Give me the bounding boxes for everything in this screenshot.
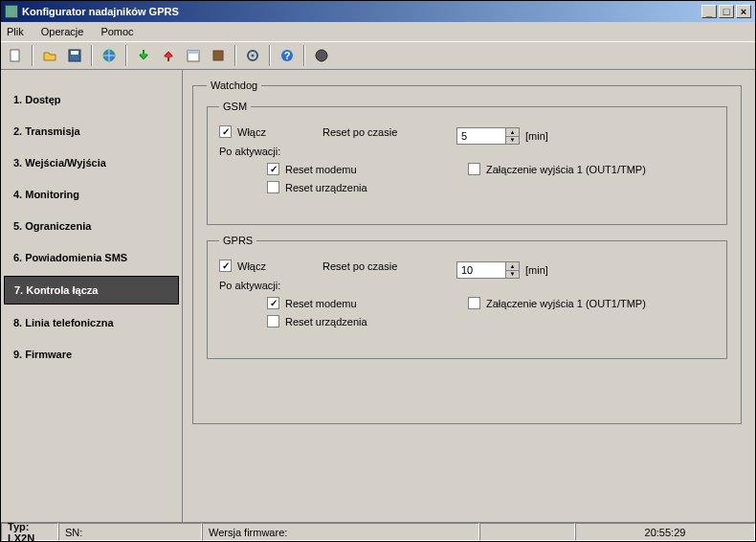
gprs-legend: GPRS bbox=[219, 235, 256, 246]
spin-down-icon[interactable]: ▼ bbox=[505, 137, 519, 145]
status-time: 20:55:29 bbox=[575, 523, 755, 541]
gsm-reset-after-input[interactable] bbox=[457, 128, 505, 144]
gprs-reset-after-label: Reset po czasie bbox=[322, 260, 397, 272]
app-window: Konfigurator nadajników GPRS _ □ × Plik … bbox=[0, 0, 756, 542]
gprs-reset-modem-checkbox[interactable] bbox=[267, 297, 279, 309]
gprs-out1-label: Załączenie wyjścia 1 (OUT1/TMP) bbox=[486, 298, 646, 309]
svg-point-11 bbox=[316, 50, 327, 61]
ball-icon[interactable] bbox=[311, 45, 332, 66]
menu-file[interactable]: Plik bbox=[7, 26, 24, 37]
spin-down-icon[interactable]: ▼ bbox=[505, 271, 519, 279]
gsm-group: GSM Włącz Reset po czasie ▲▼ [min] bbox=[207, 101, 727, 225]
gprs-reset-after-input[interactable] bbox=[457, 262, 505, 278]
sidebar-item-io[interactable]: 3. Wejścia/Wyjścia bbox=[4, 149, 179, 176]
svg-rect-5 bbox=[188, 51, 199, 54]
content: Watchdog GSM Włącz Reset po czasie ▲▼ bbox=[183, 70, 755, 522]
gprs-reset-after-spinner[interactable]: ▲▼ bbox=[456, 261, 520, 279]
status-type: Typ: LX2N bbox=[1, 523, 58, 541]
window-title: Konfigurator nadajników GPRS bbox=[22, 6, 700, 17]
gprs-reset-device-checkbox[interactable] bbox=[267, 315, 279, 327]
toolbar-separator bbox=[91, 45, 93, 66]
status-sn: SN: bbox=[58, 523, 202, 541]
gsm-reset-device-label: Reset urządzenia bbox=[285, 182, 367, 193]
gsm-legend: GSM bbox=[219, 101, 251, 112]
device-icon[interactable] bbox=[208, 45, 229, 66]
gprs-enable-checkbox[interactable] bbox=[219, 260, 232, 272]
sidebar-item-access[interactable]: 1. Dostęp bbox=[4, 86, 179, 113]
spin-up-icon[interactable]: ▲ bbox=[505, 262, 519, 271]
toolbar-separator bbox=[32, 45, 33, 66]
app-icon bbox=[5, 5, 18, 18]
menu-help[interactable]: Pomoc bbox=[100, 26, 133, 37]
close-button[interactable]: × bbox=[736, 5, 751, 18]
menu-operations[interactable]: Operacje bbox=[41, 26, 84, 37]
spin-up-icon[interactable]: ▲ bbox=[505, 128, 519, 137]
gsm-enable-label: Włącz bbox=[237, 126, 266, 138]
status-fw: Wersja firmware: bbox=[202, 523, 479, 541]
save-icon[interactable] bbox=[64, 45, 85, 66]
svg-text:?: ? bbox=[284, 50, 291, 61]
toolbar-separator bbox=[303, 45, 305, 66]
settings-icon[interactable] bbox=[242, 45, 263, 66]
sidebar-item-phoneline[interactable]: 8. Linia telefoniczna bbox=[4, 309, 179, 336]
download-icon[interactable] bbox=[133, 45, 154, 66]
svg-rect-2 bbox=[71, 51, 78, 55]
upload-icon[interactable] bbox=[158, 45, 179, 66]
gsm-reset-after-unit: [min] bbox=[525, 130, 548, 142]
watchdog-group: Watchdog GSM Włącz Reset po czasie ▲▼ bbox=[192, 79, 742, 424]
gsm-reset-device-checkbox[interactable] bbox=[267, 181, 279, 193]
svg-point-8 bbox=[252, 55, 255, 57]
gsm-reset-modem-label: Reset modemu bbox=[285, 164, 357, 175]
gsm-enable-checkbox[interactable] bbox=[219, 125, 232, 138]
gprs-group: GPRS Włącz Reset po czasie ▲▼ [min] bbox=[207, 235, 727, 359]
toolbar: ? bbox=[1, 41, 755, 70]
statusbar: Typ: LX2N SN: Wersja firmware: 20:55:29 bbox=[1, 522, 755, 541]
gprs-enable-label: Włącz bbox=[237, 260, 266, 272]
sidebar-item-monitoring[interactable]: 4. Monitoring bbox=[4, 181, 179, 208]
status-spacer bbox=[479, 523, 575, 541]
svg-rect-6 bbox=[213, 51, 223, 60]
gprs-out1-checkbox[interactable] bbox=[468, 297, 480, 309]
help-icon[interactable]: ? bbox=[277, 45, 298, 66]
sidebar-item-limits[interactable]: 5. Ograniczenia bbox=[4, 213, 179, 239]
gsm-post-activation-label: Po aktywacji: bbox=[219, 146, 715, 157]
gprs-post-activation-label: Po aktywacji: bbox=[219, 280, 715, 291]
gprs-reset-modem-label: Reset modemu bbox=[285, 298, 357, 309]
toolbar-separator bbox=[234, 45, 236, 66]
sidebar-item-firmware[interactable]: 9. Firmware bbox=[4, 341, 179, 368]
maximize-button[interactable]: □ bbox=[719, 5, 734, 18]
menubar: Plik Operacje Pomoc bbox=[1, 22, 755, 41]
sidebar: 1. Dostęp 2. Transmisja 3. Wejścia/Wyjśc… bbox=[1, 70, 183, 522]
new-icon[interactable] bbox=[5, 45, 26, 66]
gsm-reset-modem-checkbox[interactable] bbox=[267, 163, 279, 175]
gsm-out1-label: Załączenie wyjścia 1 (OUT1/TMP) bbox=[486, 164, 646, 175]
gprs-reset-device-label: Reset urządzenia bbox=[285, 316, 367, 327]
gsm-reset-after-label: Reset po czasie bbox=[322, 126, 397, 138]
titlebar: Konfigurator nadajników GPRS _ □ × bbox=[1, 1, 755, 22]
gsm-reset-after-spinner[interactable]: ▲▼ bbox=[456, 127, 520, 145]
calendar-icon[interactable] bbox=[183, 45, 204, 66]
sidebar-item-sms[interactable]: 6. Powiadomienia SMS bbox=[4, 244, 179, 271]
svg-rect-0 bbox=[11, 50, 19, 61]
toolbar-separator bbox=[269, 45, 271, 66]
globe-icon[interactable] bbox=[99, 45, 120, 66]
body: 1. Dostęp 2. Transmisja 3. Wejścia/Wyjśc… bbox=[1, 70, 755, 522]
watchdog-legend: Watchdog bbox=[207, 79, 261, 91]
gprs-reset-after-unit: [min] bbox=[525, 264, 548, 276]
minimize-button[interactable]: _ bbox=[701, 5, 717, 18]
gsm-out1-checkbox[interactable] bbox=[468, 163, 480, 175]
sidebar-item-transmission[interactable]: 2. Transmisja bbox=[4, 118, 179, 145]
toolbar-separator bbox=[125, 45, 127, 66]
sidebar-item-linkcontrol[interactable]: 7. Kontrola łącza bbox=[4, 276, 179, 305]
open-icon[interactable] bbox=[39, 45, 60, 66]
